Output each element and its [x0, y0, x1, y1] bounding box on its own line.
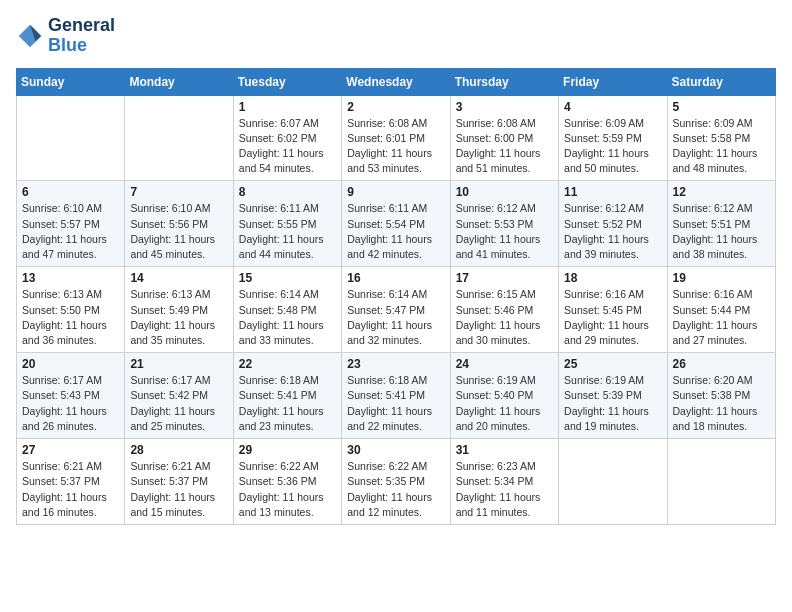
calendar-cell: 28Sunrise: 6:21 AM Sunset: 5:37 PM Dayli… — [125, 439, 233, 525]
calendar-cell: 1Sunrise: 6:07 AM Sunset: 6:02 PM Daylig… — [233, 95, 341, 181]
day-info: Sunrise: 6:16 AM Sunset: 5:45 PM Dayligh… — [564, 287, 661, 348]
day-info: Sunrise: 6:09 AM Sunset: 5:58 PM Dayligh… — [673, 116, 770, 177]
day-info: Sunrise: 6:11 AM Sunset: 5:55 PM Dayligh… — [239, 201, 336, 262]
day-number: 6 — [22, 185, 119, 199]
logo-text-general: General — [48, 16, 115, 36]
calendar-cell: 12Sunrise: 6:12 AM Sunset: 5:51 PM Dayli… — [667, 181, 775, 267]
calendar-week-1: 6Sunrise: 6:10 AM Sunset: 5:57 PM Daylig… — [17, 181, 776, 267]
calendar-cell: 13Sunrise: 6:13 AM Sunset: 5:50 PM Dayli… — [17, 267, 125, 353]
day-number: 10 — [456, 185, 553, 199]
day-number: 23 — [347, 357, 444, 371]
header-day-monday: Monday — [125, 68, 233, 95]
calendar-week-2: 13Sunrise: 6:13 AM Sunset: 5:50 PM Dayli… — [17, 267, 776, 353]
day-info: Sunrise: 6:17 AM Sunset: 5:42 PM Dayligh… — [130, 373, 227, 434]
calendar-cell — [125, 95, 233, 181]
day-info: Sunrise: 6:20 AM Sunset: 5:38 PM Dayligh… — [673, 373, 770, 434]
day-number: 14 — [130, 271, 227, 285]
day-info: Sunrise: 6:14 AM Sunset: 5:47 PM Dayligh… — [347, 287, 444, 348]
header-row: SundayMondayTuesdayWednesdayThursdayFrid… — [17, 68, 776, 95]
calendar-cell: 29Sunrise: 6:22 AM Sunset: 5:36 PM Dayli… — [233, 439, 341, 525]
day-info: Sunrise: 6:10 AM Sunset: 5:57 PM Dayligh… — [22, 201, 119, 262]
calendar-cell: 15Sunrise: 6:14 AM Sunset: 5:48 PM Dayli… — [233, 267, 341, 353]
day-number: 9 — [347, 185, 444, 199]
calendar-cell: 18Sunrise: 6:16 AM Sunset: 5:45 PM Dayli… — [559, 267, 667, 353]
day-info: Sunrise: 6:18 AM Sunset: 5:41 PM Dayligh… — [239, 373, 336, 434]
day-number: 4 — [564, 100, 661, 114]
day-number: 16 — [347, 271, 444, 285]
day-number: 19 — [673, 271, 770, 285]
day-number: 31 — [456, 443, 553, 457]
calendar-table: SundayMondayTuesdayWednesdayThursdayFrid… — [16, 68, 776, 525]
day-info: Sunrise: 6:13 AM Sunset: 5:50 PM Dayligh… — [22, 287, 119, 348]
calendar-cell: 4Sunrise: 6:09 AM Sunset: 5:59 PM Daylig… — [559, 95, 667, 181]
day-info: Sunrise: 6:12 AM Sunset: 5:52 PM Dayligh… — [564, 201, 661, 262]
calendar-cell: 3Sunrise: 6:08 AM Sunset: 6:00 PM Daylig… — [450, 95, 558, 181]
calendar-week-4: 27Sunrise: 6:21 AM Sunset: 5:37 PM Dayli… — [17, 439, 776, 525]
day-number: 13 — [22, 271, 119, 285]
calendar-cell: 5Sunrise: 6:09 AM Sunset: 5:58 PM Daylig… — [667, 95, 775, 181]
day-info: Sunrise: 6:23 AM Sunset: 5:34 PM Dayligh… — [456, 459, 553, 520]
calendar-cell: 9Sunrise: 6:11 AM Sunset: 5:54 PM Daylig… — [342, 181, 450, 267]
calendar-body: 1Sunrise: 6:07 AM Sunset: 6:02 PM Daylig… — [17, 95, 776, 524]
header-day-saturday: Saturday — [667, 68, 775, 95]
day-number: 24 — [456, 357, 553, 371]
calendar-cell: 22Sunrise: 6:18 AM Sunset: 5:41 PM Dayli… — [233, 353, 341, 439]
day-info: Sunrise: 6:16 AM Sunset: 5:44 PM Dayligh… — [673, 287, 770, 348]
day-info: Sunrise: 6:22 AM Sunset: 5:35 PM Dayligh… — [347, 459, 444, 520]
day-info: Sunrise: 6:19 AM Sunset: 5:40 PM Dayligh… — [456, 373, 553, 434]
day-info: Sunrise: 6:12 AM Sunset: 5:51 PM Dayligh… — [673, 201, 770, 262]
day-number: 26 — [673, 357, 770, 371]
calendar-cell: 24Sunrise: 6:19 AM Sunset: 5:40 PM Dayli… — [450, 353, 558, 439]
day-info: Sunrise: 6:08 AM Sunset: 6:00 PM Dayligh… — [456, 116, 553, 177]
day-number: 27 — [22, 443, 119, 457]
calendar-cell: 30Sunrise: 6:22 AM Sunset: 5:35 PM Dayli… — [342, 439, 450, 525]
day-number: 7 — [130, 185, 227, 199]
header-day-friday: Friday — [559, 68, 667, 95]
calendar-cell — [667, 439, 775, 525]
calendar-cell: 19Sunrise: 6:16 AM Sunset: 5:44 PM Dayli… — [667, 267, 775, 353]
day-number: 29 — [239, 443, 336, 457]
calendar-cell: 17Sunrise: 6:15 AM Sunset: 5:46 PM Dayli… — [450, 267, 558, 353]
calendar-cell — [559, 439, 667, 525]
header-day-sunday: Sunday — [17, 68, 125, 95]
day-number: 22 — [239, 357, 336, 371]
day-number: 8 — [239, 185, 336, 199]
day-number: 2 — [347, 100, 444, 114]
day-number: 20 — [22, 357, 119, 371]
calendar-cell: 11Sunrise: 6:12 AM Sunset: 5:52 PM Dayli… — [559, 181, 667, 267]
calendar-cell: 23Sunrise: 6:18 AM Sunset: 5:41 PM Dayli… — [342, 353, 450, 439]
calendar-cell: 26Sunrise: 6:20 AM Sunset: 5:38 PM Dayli… — [667, 353, 775, 439]
day-info: Sunrise: 6:17 AM Sunset: 5:43 PM Dayligh… — [22, 373, 119, 434]
day-info: Sunrise: 6:15 AM Sunset: 5:46 PM Dayligh… — [456, 287, 553, 348]
day-info: Sunrise: 6:18 AM Sunset: 5:41 PM Dayligh… — [347, 373, 444, 434]
day-info: Sunrise: 6:14 AM Sunset: 5:48 PM Dayligh… — [239, 287, 336, 348]
day-number: 11 — [564, 185, 661, 199]
day-number: 21 — [130, 357, 227, 371]
day-number: 25 — [564, 357, 661, 371]
day-number: 15 — [239, 271, 336, 285]
calendar-cell: 20Sunrise: 6:17 AM Sunset: 5:43 PM Dayli… — [17, 353, 125, 439]
logo-icon — [16, 22, 44, 50]
header-day-tuesday: Tuesday — [233, 68, 341, 95]
logo: General Blue — [16, 16, 115, 56]
calendar-cell: 25Sunrise: 6:19 AM Sunset: 5:39 PM Dayli… — [559, 353, 667, 439]
day-number: 18 — [564, 271, 661, 285]
calendar-cell: 31Sunrise: 6:23 AM Sunset: 5:34 PM Dayli… — [450, 439, 558, 525]
calendar-cell: 2Sunrise: 6:08 AM Sunset: 6:01 PM Daylig… — [342, 95, 450, 181]
day-number: 12 — [673, 185, 770, 199]
calendar-cell: 27Sunrise: 6:21 AM Sunset: 5:37 PM Dayli… — [17, 439, 125, 525]
day-info: Sunrise: 6:12 AM Sunset: 5:53 PM Dayligh… — [456, 201, 553, 262]
day-info: Sunrise: 6:22 AM Sunset: 5:36 PM Dayligh… — [239, 459, 336, 520]
day-info: Sunrise: 6:21 AM Sunset: 5:37 PM Dayligh… — [22, 459, 119, 520]
day-number: 5 — [673, 100, 770, 114]
day-number: 28 — [130, 443, 227, 457]
day-info: Sunrise: 6:10 AM Sunset: 5:56 PM Dayligh… — [130, 201, 227, 262]
calendar-cell: 6Sunrise: 6:10 AM Sunset: 5:57 PM Daylig… — [17, 181, 125, 267]
calendar-cell — [17, 95, 125, 181]
day-info: Sunrise: 6:21 AM Sunset: 5:37 PM Dayligh… — [130, 459, 227, 520]
day-number: 3 — [456, 100, 553, 114]
header-day-wednesday: Wednesday — [342, 68, 450, 95]
calendar-week-3: 20Sunrise: 6:17 AM Sunset: 5:43 PM Dayli… — [17, 353, 776, 439]
page-header: General Blue — [16, 16, 776, 56]
day-number: 30 — [347, 443, 444, 457]
